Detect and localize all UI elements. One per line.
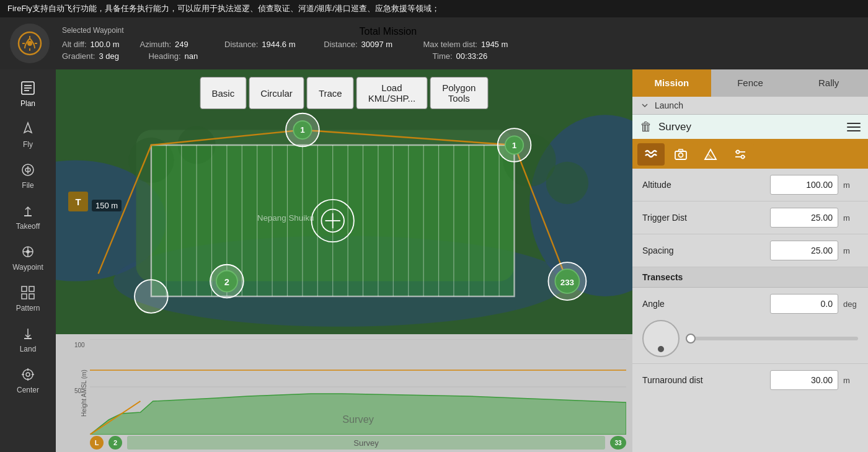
panel-tabs: Mission Fence Rally xyxy=(632,69,868,97)
survey-tool-settings[interactable] xyxy=(727,143,754,166)
survey-tool-camera[interactable] xyxy=(667,143,694,166)
survey-section: 🗑 Survey xyxy=(632,115,868,140)
svg-point-91 xyxy=(742,156,745,159)
left-sidebar: Plan Fly File Takeoff xyxy=(0,69,56,452)
grid-pattern-icon xyxy=(644,147,658,162)
svg-text:1: 1 xyxy=(512,141,517,150)
hamburger-line-2 xyxy=(847,126,861,128)
file-icon xyxy=(19,161,37,179)
takeoff-icon xyxy=(19,202,37,219)
turnaround-dist-label: Turnaround dist xyxy=(642,375,765,385)
trigger-dist-input[interactable] xyxy=(770,208,838,228)
land-icon xyxy=(19,325,37,342)
launch-row: Launch xyxy=(632,97,868,115)
max-telem: Max telem dist: 1945 m xyxy=(423,40,518,49)
y-mid-label: 50 xyxy=(74,388,81,394)
angle-input[interactable] xyxy=(770,294,838,314)
center-icon xyxy=(19,366,37,383)
map-container[interactable]: 1 1 2 233 Nepang Shuiku T 150 m xyxy=(56,69,632,334)
hamburger-menu[interactable] xyxy=(847,123,861,131)
svg-rect-15 xyxy=(22,294,27,299)
polygon-tools-button[interactable]: Polygon Tools xyxy=(430,77,488,109)
angle-row: Angle deg xyxy=(642,294,858,314)
profile-chart: Height AMSL (m) 100 50 Survey xyxy=(56,334,632,452)
tab-mission[interactable]: Mission xyxy=(632,69,711,97)
chart-y-label: Height AMSL (m) xyxy=(81,370,87,417)
time: Time: 00:33:26 xyxy=(433,51,494,61)
survey-tool-grid[interactable] xyxy=(637,143,665,166)
angle-label: Angle xyxy=(642,299,765,309)
svg-text:1: 1 xyxy=(300,125,305,135)
spacing-input[interactable] xyxy=(770,241,838,260)
chart-bottom: L 2 Survey 33 xyxy=(90,436,626,450)
sidebar-item-fly-label: Fly xyxy=(23,140,33,149)
survey-subtoolbar xyxy=(632,140,868,169)
svg-text:Survey: Survey xyxy=(342,414,374,425)
trigger-dist-unit: m xyxy=(843,213,858,223)
svg-marker-87 xyxy=(705,154,713,159)
sidebar-item-plan-label: Plan xyxy=(20,99,35,108)
svg-point-1 xyxy=(27,41,32,46)
basic-button[interactable]: Basic xyxy=(200,77,247,109)
svg-point-19 xyxy=(26,373,30,376)
turnaround-dist-row: Turnaround dist m xyxy=(632,364,868,396)
hamburger-line-3 xyxy=(847,130,861,131)
sidebar-item-file[interactable]: File xyxy=(3,156,53,195)
turnaround-dist-input[interactable] xyxy=(770,370,838,390)
sidebar-item-pattern[interactable]: Pattern xyxy=(3,279,53,317)
angle-circle-dot xyxy=(658,346,664,352)
angle-circle[interactable] xyxy=(642,320,680,357)
svg-text:Nepang Shuiku: Nepang Shuiku xyxy=(257,213,314,223)
transects-header: Transects xyxy=(632,267,868,288)
distance: Distance: 1944.6 m xyxy=(224,40,299,49)
center-area: Basic Circular Trace Load KML/SHP... Pol… xyxy=(56,69,632,452)
svg-rect-14 xyxy=(29,286,34,291)
load-kml-button[interactable]: Load KML/SHP... xyxy=(356,77,427,109)
angle-section: Angle deg xyxy=(632,288,868,364)
trace-button[interactable]: Trace xyxy=(307,77,354,109)
camera-icon xyxy=(674,148,688,161)
spacing-label: Spacing xyxy=(642,246,765,255)
total-distance: Distance: 30097 m xyxy=(324,40,398,49)
turnaround-dist-unit: m xyxy=(843,376,858,385)
scale-indicator: T 150 m xyxy=(68,192,122,211)
waypoint-33-chart: 33 xyxy=(610,436,626,450)
plan-icon xyxy=(19,79,37,97)
altitude-input[interactable] xyxy=(770,175,838,195)
launch-expand-icon xyxy=(640,100,650,110)
tab-rally[interactable]: Rally xyxy=(789,69,868,97)
spacing-unit: m xyxy=(843,246,858,255)
survey-delete-button[interactable]: 🗑 xyxy=(640,120,652,134)
altitude-row: Altitude m xyxy=(632,169,868,202)
sidebar-item-takeoff-label: Takeoff xyxy=(16,222,40,231)
pattern-icon xyxy=(19,284,37,301)
angle-slider-row xyxy=(642,320,858,357)
map-background: 1 1 2 233 Nepang Shuiku xyxy=(56,69,632,334)
sidebar-item-plan[interactable]: Plan xyxy=(3,74,53,113)
svg-text:2: 2 xyxy=(224,277,229,287)
svg-point-12 xyxy=(27,250,29,253)
azimuth: Azimuth: 249 xyxy=(140,40,213,49)
y-max-label: 100 xyxy=(74,342,85,348)
sidebar-item-takeoff[interactable]: Takeoff xyxy=(3,197,53,236)
sidebar-item-waypoint[interactable]: Waypoint xyxy=(3,238,53,277)
survey-title: Survey xyxy=(658,121,691,133)
launch-label: Launch xyxy=(655,100,683,110)
svg-point-62 xyxy=(135,280,168,313)
selected-waypoint-title: Selected Waypoint xyxy=(62,26,124,37)
survey-tool-terrain[interactable] xyxy=(697,143,724,166)
angle-slider[interactable] xyxy=(686,337,858,340)
heading: Heading: nan xyxy=(148,51,221,61)
circular-button[interactable]: Circular xyxy=(249,77,304,109)
svg-rect-16 xyxy=(29,294,34,299)
sidebar-item-land[interactable]: Land xyxy=(3,320,53,358)
altitude-label: Altitude xyxy=(642,180,765,190)
angle-slider-thumb xyxy=(686,334,696,343)
sliders-icon xyxy=(733,148,747,161)
tab-fence[interactable]: Fence xyxy=(711,69,790,97)
sidebar-item-fly[interactable]: Fly xyxy=(3,115,53,154)
header-info: Selected Waypoint Total Mission Alt diff… xyxy=(62,26,518,61)
svg-text:233: 233 xyxy=(560,278,574,287)
sidebar-item-center[interactable]: Center xyxy=(3,361,53,399)
gradient: Gradient: 3 deg xyxy=(62,51,136,61)
